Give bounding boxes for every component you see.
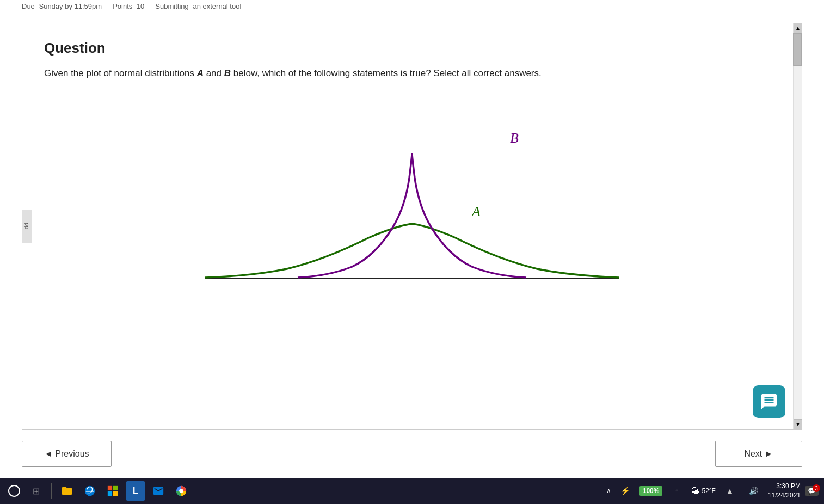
scrollbar-up[interactable]: ▲ xyxy=(794,23,802,33)
notification-count: 3 xyxy=(813,484,820,492)
points-info: Points 10 xyxy=(113,2,144,10)
question-text-part2: and xyxy=(204,68,224,78)
chart-area: B A xyxy=(44,94,780,311)
question-text: Given the plot of normal distributions A… xyxy=(44,66,780,81)
points-value: 10 xyxy=(137,2,144,10)
question-container: pp Question Given the plot of normal dis… xyxy=(22,23,802,429)
svg-rect-5 xyxy=(113,486,118,490)
svg-point-10 xyxy=(179,489,183,493)
svg-rect-7 xyxy=(113,491,118,496)
scrollbar-thumb[interactable] xyxy=(793,33,802,66)
submitting-info: Submitting an external tool xyxy=(155,2,241,10)
windows-store-icon[interactable] xyxy=(103,481,122,501)
notification-badge[interactable]: 💬 3 xyxy=(805,486,819,496)
separator-1 xyxy=(51,483,52,499)
due-date: Sunday by 11:59pm xyxy=(39,2,102,10)
start-circle xyxy=(8,485,20,497)
svg-text:A: A xyxy=(471,204,481,219)
submitting-value: an external tool xyxy=(193,2,241,10)
question-title: Question xyxy=(44,40,780,57)
chat-icon xyxy=(760,392,778,411)
taskbar-right: ∧ ⚡ 100% ↑ 🌤 52°F ▲ 🔊 3:30 PM 11/24/2021… xyxy=(606,481,819,501)
nav-area: ◄ Previous Next ► xyxy=(0,430,824,478)
start-button[interactable] xyxy=(5,482,23,500)
distribution-chart: B A xyxy=(189,99,635,306)
main-content: Due Sunday by 11:59pm Points 10 Submitti… xyxy=(0,0,824,478)
taskview-icon[interactable]: ⊞ xyxy=(26,481,46,501)
due-info: Due Sunday by 11:59pm xyxy=(22,2,102,10)
question-text-part3: below, which of the following statements… xyxy=(231,68,542,78)
time-display: 3:30 PM xyxy=(768,482,801,491)
taskbar: ⊞ L ∧ xyxy=(0,478,824,504)
chevron-up-icon[interactable]: ∧ xyxy=(606,487,611,495)
label-B: B xyxy=(224,68,231,78)
battery-badge: 100% xyxy=(639,486,663,496)
svg-text:B: B xyxy=(510,130,519,146)
submitting-label: Submitting xyxy=(155,2,188,10)
label-A: A xyxy=(197,68,204,78)
side-label: pp xyxy=(24,223,30,229)
question-text-part1: Given the plot of normal distributions xyxy=(44,68,197,78)
svg-rect-6 xyxy=(108,491,112,496)
weather-display[interactable]: 🌤 52°F xyxy=(691,486,715,496)
temperature: 52°F xyxy=(702,487,715,495)
date-display: 11/24/2021 xyxy=(768,491,801,500)
scrollbar-track: ▲ ▼ xyxy=(793,23,802,429)
file-explorer-icon[interactable] xyxy=(57,481,77,501)
svg-rect-4 xyxy=(108,486,112,490)
cursor-icon: ↑ xyxy=(667,481,686,501)
mail-icon[interactable] xyxy=(149,481,168,501)
top-bar: Due Sunday by 11:59pm Points 10 Submitti… xyxy=(0,0,824,13)
points-label: Points xyxy=(113,2,132,10)
next-button[interactable]: Next ► xyxy=(715,441,802,467)
speaker-icon[interactable]: 🔊 xyxy=(744,481,764,501)
svg-point-3 xyxy=(85,486,95,496)
network-icon[interactable]: ▲ xyxy=(720,481,740,501)
scrollbar-down[interactable]: ▼ xyxy=(794,419,802,429)
previous-button[interactable]: ◄ Previous xyxy=(22,441,112,467)
chrome-icon[interactable] xyxy=(171,481,191,501)
battery-icon: ⚡ xyxy=(616,481,635,501)
chat-button[interactable] xyxy=(753,385,785,418)
clock[interactable]: 3:30 PM 11/24/2021 xyxy=(768,482,801,500)
l-app-icon[interactable]: L xyxy=(126,481,145,501)
side-panel: pp xyxy=(22,210,32,243)
edge-icon[interactable] xyxy=(80,481,100,501)
due-label: Due xyxy=(22,2,35,10)
